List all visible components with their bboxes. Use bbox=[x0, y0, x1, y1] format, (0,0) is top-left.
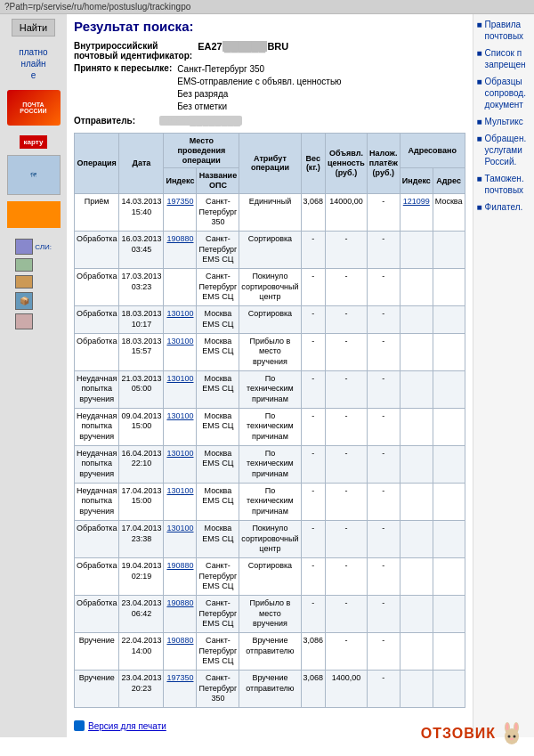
otzovik-bunny-icon bbox=[498, 720, 525, 747]
table-cell bbox=[400, 445, 433, 483]
index-link[interactable]: 130100 bbox=[166, 374, 193, 383]
right-sidebar-link[interactable]: Образцы сопровод. документ bbox=[485, 76, 534, 110]
addr-index-link[interactable]: 121099 bbox=[403, 197, 430, 206]
index-link[interactable]: 197350 bbox=[166, 197, 193, 206]
index-link[interactable]: 130100 bbox=[166, 337, 193, 345]
table-cell: Вручение отправителю bbox=[239, 671, 301, 708]
table-cell: 190880 bbox=[164, 633, 197, 671]
table-cell: Обработка bbox=[75, 520, 119, 557]
right-sidebar-item: ■Обращен. услугами Россий. bbox=[477, 133, 534, 167]
table-cell: 3,068 bbox=[301, 671, 326, 708]
karta-button[interactable]: карту bbox=[20, 135, 48, 149]
info-section: Внутрироссийскийпочтовый идентификатор: … bbox=[74, 41, 465, 126]
sender-value: GuS Ci████████ bbox=[159, 116, 242, 126]
table-cell: - bbox=[301, 370, 326, 408]
table-cell: Сортировка bbox=[239, 557, 301, 595]
table-row: Обработка18.03.2013 15:57130100Москва EM… bbox=[75, 333, 465, 370]
table-cell: - bbox=[367, 671, 400, 708]
accepted-label: Принято к пересылке: bbox=[74, 63, 172, 73]
table-cell: 1400,00 bbox=[326, 671, 368, 708]
sidebar-mini-icon-4: 📦 bbox=[15, 292, 33, 310]
main-layout: Найти платнонлайне ПОЧТАРOССИИ карту 🗺 bbox=[0, 14, 534, 737]
table-cell: Вручение bbox=[75, 633, 119, 671]
right-sidebar-link[interactable]: Таможен. почтовых bbox=[485, 173, 534, 196]
right-sidebar-link[interactable]: Обращен. услугами Россий. bbox=[485, 133, 534, 167]
table-cell: Покинуло сортировочный центр bbox=[239, 520, 301, 557]
table-cell bbox=[400, 306, 433, 333]
sidebar-map: 🗺 bbox=[7, 155, 61, 195]
sender-row: Отправитель: GuS Ci████████ bbox=[74, 116, 465, 126]
sidebar-bullet-icon: ■ bbox=[477, 134, 482, 143]
sidebar-bullet-icon: ■ bbox=[477, 20, 482, 29]
table-cell: - bbox=[301, 306, 326, 333]
table-cell: По техническим причинам bbox=[239, 483, 301, 520]
table-cell: 09.04.2013 15:00 bbox=[119, 408, 164, 445]
table-cell: По техническим причинам bbox=[239, 370, 301, 408]
otzovik-text: ОТЗОВИК bbox=[421, 726, 496, 742]
sidebar-label-1: платнонлайне bbox=[17, 45, 49, 83]
sidebar-mini-icon-5 bbox=[15, 313, 33, 329]
th-addr-index: Индекс bbox=[400, 168, 433, 194]
table-cell bbox=[400, 370, 433, 408]
index-link[interactable]: 130100 bbox=[166, 309, 193, 318]
table-cell bbox=[433, 483, 465, 520]
table-cell bbox=[400, 520, 433, 557]
table-cell bbox=[433, 306, 465, 333]
index-link[interactable]: 130100 bbox=[166, 449, 193, 458]
index-link[interactable]: 190880 bbox=[166, 561, 193, 570]
index-link[interactable]: 190880 bbox=[166, 598, 193, 607]
table-cell: - bbox=[326, 408, 368, 445]
left-sidebar: Найти платнонлайне ПОЧТАРOССИИ карту 🗺 bbox=[0, 14, 67, 737]
table-cell: 21.03.2013 05:00 bbox=[119, 370, 164, 408]
table-cell: Обработка bbox=[75, 269, 119, 306]
table-row: Неудачная попытка вручения17.04.2013 15:… bbox=[75, 483, 465, 520]
table-cell: Москва EMS СЦ bbox=[197, 445, 239, 483]
index-link[interactable]: 130100 bbox=[166, 411, 193, 420]
right-sidebar-link[interactable]: Список п запрещен bbox=[485, 47, 534, 70]
table-cell: - bbox=[367, 269, 400, 306]
table-cell: Санкт-Петербург 350 bbox=[197, 671, 239, 708]
index-link[interactable]: 190880 bbox=[166, 636, 193, 645]
table-cell: Санкт-Петербург 350 bbox=[197, 193, 239, 231]
table-cell: Вручение отправителю bbox=[239, 633, 301, 671]
th-addressed: Адресовано bbox=[400, 134, 465, 168]
table-cell: 197350 bbox=[164, 193, 197, 231]
right-sidebar-link[interactable]: Мультикс bbox=[485, 116, 523, 127]
table-cell: 16.03.2013 03:45 bbox=[119, 232, 164, 269]
table-cell: - bbox=[301, 557, 326, 595]
index-link[interactable]: 130100 bbox=[166, 486, 193, 495]
table-cell: 130100 bbox=[164, 333, 197, 370]
table-row: Неудачная попытка вручения09.04.2013 15:… bbox=[75, 408, 465, 445]
table-cell: 130100 bbox=[164, 520, 197, 557]
right-sidebar-item: ■Таможен. почтовых bbox=[477, 173, 534, 196]
table-cell bbox=[433, 520, 465, 557]
table-cell: Москва EMS СЦ bbox=[197, 520, 239, 557]
index-link[interactable]: 130100 bbox=[166, 524, 193, 532]
table-cell: Вручение bbox=[75, 671, 119, 708]
result-title: Результат поиска: bbox=[74, 19, 465, 34]
search-button[interactable]: Найти bbox=[12, 19, 55, 37]
right-sidebar-link[interactable]: Филател. bbox=[485, 201, 523, 213]
print-link[interactable]: Версия для печати bbox=[74, 720, 166, 731]
print-link-text: Версия для печати bbox=[88, 721, 166, 731]
right-sidebar-link[interactable]: Правила почтовых bbox=[485, 19, 534, 42]
table-cell: По техническим причинам bbox=[239, 408, 301, 445]
table-cell: 130100 bbox=[164, 306, 197, 333]
table-cell: Обработка bbox=[75, 595, 119, 632]
table-cell: - bbox=[367, 520, 400, 557]
table-cell bbox=[433, 595, 465, 632]
table-cell: Сортировка bbox=[239, 306, 301, 333]
table-row: Вручение23.04.2013 20:23197350Санкт-Пете… bbox=[75, 671, 465, 708]
index-link[interactable]: 197350 bbox=[166, 673, 193, 682]
index-link[interactable]: 190880 bbox=[166, 234, 193, 243]
table-cell: - bbox=[367, 595, 400, 632]
print-icon bbox=[74, 720, 85, 731]
sidebar-mini-icon-1 bbox=[15, 239, 33, 255]
table-row: Неудачная попытка вручения16.04.2013 22:… bbox=[75, 445, 465, 483]
table-cell bbox=[400, 595, 433, 632]
table-cell: 130100 bbox=[164, 370, 197, 408]
svg-point-4 bbox=[515, 723, 518, 730]
table-cell: Санкт-Петербург EMS СЦ bbox=[197, 269, 239, 306]
table-cell: - bbox=[367, 193, 400, 231]
table-cell bbox=[433, 370, 465, 408]
